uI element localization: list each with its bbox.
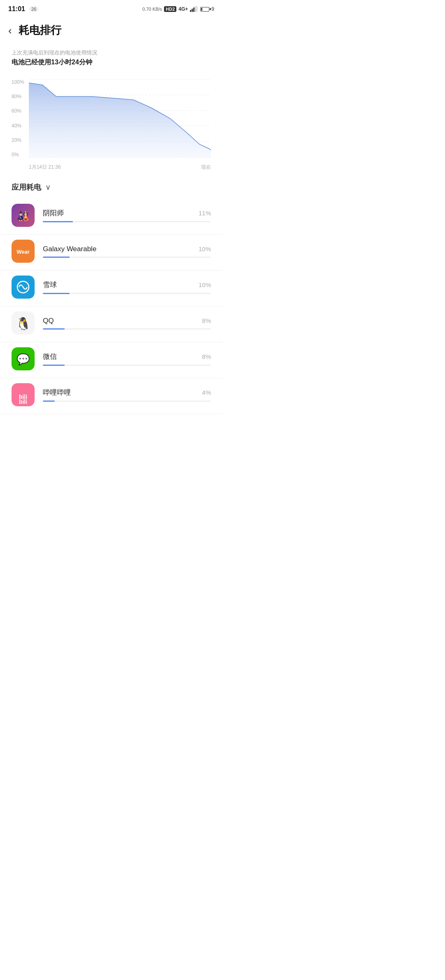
signal-speed: 0.70 KB/s: [143, 7, 162, 12]
app-bar-bg: [43, 328, 211, 330]
status-bar: 11:01 26 0.70 KB/s HD2 4G+ 9: [0, 0, 222, 16]
app-name: Galaxy Wearable: [43, 245, 96, 253]
app-info-bilibili: 哔哩哔哩 4%: [43, 388, 211, 402]
svg-marker-11: [29, 83, 211, 158]
section-title: 应用耗电: [12, 182, 41, 192]
app-bar-fill: [43, 400, 55, 402]
battery-icon: [200, 7, 209, 12]
chart-y-labels: 100% 80% 60% 40% 20% 0%: [12, 79, 24, 158]
app-bar-bg: [43, 293, 211, 294]
status-right: 0.70 KB/s HD2 4G+ 9: [143, 6, 214, 12]
svg-text:bili: bili: [19, 398, 27, 405]
signal-icon: [190, 6, 197, 12]
app-name: 哔哩哔哩: [43, 388, 71, 397]
chart-x-labels: 1月14日 21:36 现在: [29, 164, 211, 171]
app-percent: 4%: [202, 389, 211, 396]
svg-text:🎎: 🎎: [17, 210, 29, 222]
app-info-wechat: 微信 8%: [43, 352, 211, 366]
app-name-row: 阴阳师 11%: [43, 208, 211, 218]
app-bar-fill: [43, 293, 70, 294]
app-bar-bg: [43, 257, 211, 258]
app-name: 微信: [43, 352, 57, 361]
svg-rect-0: [190, 10, 191, 12]
app-bar-fill: [43, 365, 65, 366]
svg-text:Wear: Wear: [16, 249, 30, 255]
app-icon-wechat: 💬: [12, 347, 35, 370]
app-icon-qq: 🐧: [12, 311, 35, 335]
battery-chart: 100% 80% 60% 40% 20% 0%: [0, 75, 222, 174]
app-name-row: Galaxy Wearable 10%: [43, 245, 211, 253]
app-percent: 8%: [202, 317, 211, 324]
app-list: 🎎 阴阳师 11% Wear Galaxy Wearable 10%: [0, 199, 222, 414]
svg-text:🐧: 🐧: [16, 316, 31, 331]
svg-text:💬: 💬: [16, 353, 30, 366]
app-info-wear: Galaxy Wearable 10%: [43, 245, 211, 258]
app-name: 雪球: [43, 280, 57, 290]
hd2-label: HD2: [164, 6, 176, 12]
app-info-xueqiu: 雪球 10%: [43, 280, 211, 294]
section-header[interactable]: 应用耗电 ∨: [0, 174, 222, 199]
app-item-wear[interactable]: Wear Galaxy Wearable 10%: [0, 235, 222, 271]
app-name-row: QQ 8%: [43, 317, 211, 325]
battery-duration: 电池已经使用13小时24分钟: [12, 58, 211, 67]
page-title: 耗电排行: [19, 23, 61, 38]
app-icon-bilibili: bilibili: [12, 383, 35, 406]
app-percent: 10%: [199, 245, 211, 252]
svg-rect-4: [197, 6, 197, 12]
svg-rect-2: [193, 7, 194, 12]
chart-x-start: 1月14日 21:36: [29, 164, 61, 171]
app-info-qq: QQ 8%: [43, 317, 211, 330]
app-bar-bg: [43, 221, 211, 222]
header: ‹ 耗电排行: [0, 16, 222, 46]
app-bar-fill: [43, 221, 73, 222]
app-name: QQ: [43, 317, 54, 325]
network-label: 4G+: [178, 6, 188, 12]
app-name-row: 雪球 10%: [43, 280, 211, 290]
dropdown-icon[interactable]: ∨: [45, 183, 51, 192]
chart-svg-area: [29, 79, 211, 158]
app-bar-fill: [43, 257, 70, 258]
app-percent: 10%: [199, 281, 211, 288]
app-percent: 11%: [199, 210, 211, 217]
app-item-xueqiu[interactable]: 雪球 10%: [0, 271, 222, 306]
battery-subtitle: 上次充满电后到现在的电池使用情况: [12, 49, 211, 57]
app-icon-xueqiu: [12, 276, 35, 299]
app-bar-bg: [43, 400, 211, 402]
status-time: 11:01: [8, 5, 25, 13]
notification-badge: 26: [29, 6, 38, 12]
app-item-yys[interactable]: 🎎 阴阳师 11%: [0, 199, 222, 235]
svg-rect-1: [192, 9, 193, 12]
app-bar-bg: [43, 365, 211, 366]
app-icon-yys: 🎎: [12, 204, 35, 227]
app-item-bilibili[interactable]: bilibili 哔哩哔哩 4%: [0, 378, 222, 414]
app-item-wechat[interactable]: 💬 微信 8%: [0, 342, 222, 378]
app-info-yys: 阴阳师 11%: [43, 208, 211, 222]
back-button[interactable]: ‹: [8, 25, 12, 36]
app-icon-wear: Wear: [12, 240, 35, 263]
app-percent: 8%: [202, 353, 211, 360]
chart-x-end: 现在: [201, 164, 211, 171]
app-item-qq[interactable]: 🐧 QQ 8%: [0, 306, 222, 342]
app-bar-fill: [43, 328, 65, 330]
app-name-row: 微信 8%: [43, 352, 211, 361]
app-name: 阴阳师: [43, 208, 64, 218]
app-name-row: 哔哩哔哩 4%: [43, 388, 211, 397]
battery-info-section: 上次充满电后到现在的电池使用情况 电池已经使用13小时24分钟: [0, 46, 222, 75]
svg-rect-3: [195, 6, 196, 12]
battery-level: 9: [211, 6, 214, 12]
